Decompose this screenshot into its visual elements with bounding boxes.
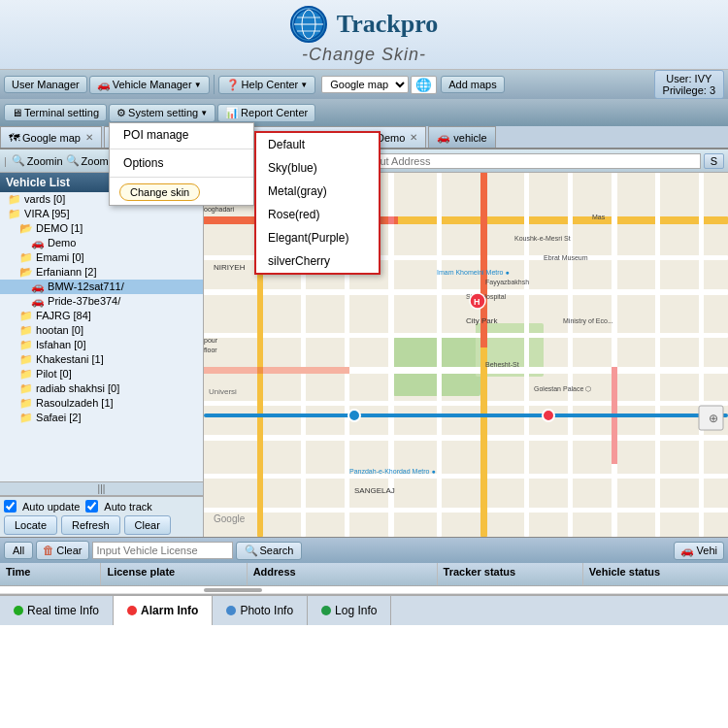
user-info-box: User: IVY Privilege: 3	[654, 70, 724, 99]
skin-metal-gray[interactable]: Metal(gray)	[256, 180, 379, 203]
poi-manage-item[interactable]: POI manage	[110, 123, 253, 147]
list-item-selected[interactable]: 🚗 BMW-12sat711/	[0, 280, 203, 294]
license-input[interactable]	[92, 542, 233, 559]
list-item[interactable]: 📁 Safaei [2]	[0, 411, 203, 425]
user-manager-btn[interactable]: User Manager	[4, 76, 87, 93]
google-map-wrapper: Google map 🌐	[321, 76, 437, 94]
tab-vehicle[interactable]: 🚗 vehicle	[428, 126, 495, 148]
address-input[interactable]	[324, 153, 700, 169]
zoomin-btn[interactable]: 🔍 Zoomin	[12, 154, 63, 167]
log-label: Log Info	[335, 604, 377, 617]
globe-btn[interactable]: 🌐	[411, 76, 437, 94]
svg-rect-15	[204, 474, 728, 479]
google-map-select[interactable]: Google map	[321, 76, 409, 93]
folder-icon3: 📂	[19, 222, 33, 234]
svg-text:⊕: ⊕	[709, 412, 718, 425]
filter-clear-btn[interactable]: 🗑 Clear	[36, 541, 88, 560]
table-header-row: Time License plate Address Tracker statu…	[0, 563, 728, 586]
svg-rect-27	[699, 173, 704, 537]
refresh-btn[interactable]: Refresh	[61, 515, 120, 535]
list-item[interactable]: 📂 Erfaniann [2]	[0, 265, 203, 280]
zoomin-separator: |	[4, 155, 7, 167]
list-item[interactable]: 📁 radiab shakhsi [0]	[0, 381, 203, 396]
tab-close-3[interactable]: ✕	[410, 132, 417, 143]
svg-text:floor: floor	[204, 347, 217, 353]
list-item[interactable]: 📁 Khakestani [1]	[0, 352, 203, 367]
th-vehicle-status: Vehicle status	[583, 563, 728, 585]
folder-icon: 📁	[8, 193, 21, 205]
skin-silver-cherry[interactable]: silverCherry	[256, 249, 379, 273]
photo-info-tab[interactable]: Photo Info	[213, 596, 308, 625]
svg-rect-21	[437, 173, 442, 537]
report-center-btn[interactable]: 📊 Report Center	[217, 104, 315, 122]
vehicle-filter-btn[interactable]: 🚗 Vehi	[674, 542, 724, 560]
log-info-tab[interactable]: Log Info	[308, 596, 391, 625]
svg-text:Koushk-e-Mesri St: Koushk-e-Mesri St	[514, 235, 571, 242]
change-skin-item[interactable]: Change skin	[110, 180, 253, 205]
help-center-btn[interactable]: ❓ Help Center ▼	[218, 76, 316, 94]
folder-icon6: 📁	[19, 310, 33, 321]
list-item[interactable]: 📁 VIRA [95]	[0, 207, 203, 221]
add-maps-btn[interactable]: Add maps	[441, 76, 505, 93]
log-icon	[321, 606, 331, 615]
list-item[interactable]: 📁 hootan [0]	[0, 323, 203, 338]
locate-btn[interactable]: Locate	[4, 515, 57, 535]
list-item[interactable]: 📁 Isfahan [0]	[0, 338, 203, 352]
clear-btn[interactable]: Clear	[124, 515, 171, 535]
svg-rect-26	[655, 173, 660, 537]
vehicle-list: 📁 vards [0] 📁 VIRA [95] 📂 DEMO [1] 🚗 Dem…	[0, 192, 203, 481]
scroll-bar-indicator[interactable]	[204, 588, 262, 592]
search-btn[interactable]: 🔍 Search	[236, 542, 303, 560]
svg-text:Universi: Universi	[209, 387, 237, 396]
list-item[interactable]: 🚗 Demo	[0, 236, 203, 250]
skin-default[interactable]: Default	[256, 133, 379, 156]
auto-update-label: Auto update	[22, 501, 80, 513]
system-setting-btn[interactable]: ⚙ System setting ▼	[109, 104, 215, 122]
svg-point-33	[348, 410, 360, 421]
alarm-label: Alarm Info	[141, 604, 198, 617]
tab-google-map[interactable]: 🗺 Google map ✕	[0, 126, 102, 148]
svg-point-34	[543, 410, 554, 421]
list-item[interactable]: 📁 Pilot [0]	[0, 367, 203, 381]
dropdown-arrow3: ▼	[300, 81, 308, 89]
change-skin-badge[interactable]: Change skin	[119, 183, 200, 201]
all-btn[interactable]: All	[4, 542, 33, 559]
help-icon: ❓	[226, 79, 240, 91]
alarm-info-tab[interactable]: Alarm Info	[114, 596, 213, 625]
realtime-info-tab[interactable]: Real time Info	[0, 596, 114, 625]
svg-text:Panzdah-e-Khordad Metro ●: Panzdah-e-Khordad Metro ●	[349, 468, 436, 475]
tab-close-1[interactable]: ✕	[85, 132, 93, 143]
divider2	[110, 177, 253, 178]
sidebar: Vehicle List 📁 vards [0] 📁 VIRA [95] 📂 D…	[0, 173, 204, 537]
terminal-setting-btn[interactable]: 🖥 Terminal setting	[4, 104, 107, 121]
skin-rose-red[interactable]: Rose(red)	[256, 203, 379, 226]
list-item[interactable]: 📂 DEMO [1]	[0, 221, 203, 236]
tab-label: Google map	[22, 132, 81, 144]
list-item[interactable]: 📁 Rasoulzadeh [1]	[0, 396, 203, 411]
svg-text:Google: Google	[214, 513, 246, 524]
action-btns: Locate Refresh Clear	[4, 515, 199, 535]
list-item[interactable]: 📁 FAJRG [84]	[0, 309, 203, 323]
folder-icon4: 📁	[19, 251, 33, 263]
list-item[interactable]: 🚗 Pride-37be374/	[0, 294, 203, 309]
options-item[interactable]: Options	[110, 151, 253, 175]
svg-text:Behesht-St: Behesht-St	[485, 361, 519, 368]
svg-text:Imam Khomeini Metro ●: Imam Khomeini Metro ●	[437, 269, 510, 276]
search-icon: 🔍	[245, 545, 258, 557]
logo-globe	[290, 6, 327, 43]
svg-rect-24	[568, 173, 573, 537]
svg-text:Mas: Mas	[592, 214, 606, 220]
map-search-btn[interactable]: S	[704, 153, 724, 169]
vehicle-manager-btn[interactable]: 🚗 Vehicle Manager ▼	[89, 76, 210, 94]
list-item[interactable]: 📁 Emami [0]	[0, 250, 203, 265]
vehicle-filter-icon: 🚗	[680, 545, 694, 556]
folder-icon8: 📁	[19, 339, 33, 350]
toolbar-row2: 🖥 Terminal setting ⚙ System setting ▼ PO…	[0, 99, 728, 126]
auto-update-checkbox[interactable]	[4, 500, 17, 513]
th-address: Address	[248, 563, 438, 585]
tab-icon-car: 🚗	[437, 131, 450, 144]
skin-sky-blue[interactable]: Sky(blue)	[256, 156, 379, 180]
system-dropdown: POI manage Options Change skin	[109, 122, 254, 206]
auto-track-checkbox[interactable]	[85, 500, 98, 513]
skin-elegant-purple[interactable]: Elegant(Purple)	[256, 226, 379, 249]
